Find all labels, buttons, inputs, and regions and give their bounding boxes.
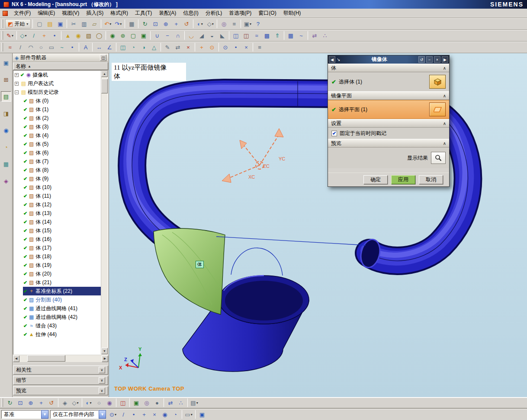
collapse-chevron-icon[interactable]: ∧ — [443, 93, 446, 98]
pan-view-button[interactable]: + — [36, 398, 46, 407]
assembly-navigator-button[interactable]: ▣ — [1, 58, 11, 68]
revolve-button[interactable]: ◉ — [74, 31, 83, 40]
print-button[interactable]: ▦ — [127, 19, 136, 29]
fit-window-button[interactable]: ⊡ — [151, 19, 160, 29]
feature-checkmark-icon[interactable]: ✔ — [23, 133, 27, 138]
datum-csys-button[interactable]: + — [39, 31, 49, 40]
draft-button[interactable]: ◣ — [218, 31, 227, 40]
save-button[interactable]: ▣ — [55, 19, 65, 29]
snap-mid-point-button[interactable]: • — [231, 42, 241, 52]
tree-item[interactable]: ✔▧体 (6) — [13, 148, 101, 157]
vertical-scrollbar[interactable]: ▲ ▼ — [101, 71, 108, 354]
collapse-icon[interactable]: − — [15, 90, 19, 94]
feature-checkmark-icon[interactable]: ✔ — [23, 314, 27, 320]
toolbar-grip[interactable] — [2, 398, 3, 407]
horizontal-scrollbar[interactable]: ◀ ▶ — [13, 355, 108, 362]
intersect-button[interactable]: ∩ — [173, 31, 183, 40]
section-analysis-button[interactable]: ◫ — [118, 42, 128, 52]
tree-item[interactable]: ✔▲拉伸 (44) — [13, 330, 101, 339]
studio-spline-button[interactable]: ~ — [57, 42, 67, 52]
rectangle-button[interactable]: ▭ — [47, 42, 56, 52]
menu-help[interactable]: 帮助(H) — [280, 9, 305, 18]
snap-point-button[interactable]: ⊙▾ — [108, 410, 118, 419]
profile-button[interactable]: ≈ — [5, 42, 15, 52]
feature-checkmark-icon[interactable]: ✔ — [23, 289, 27, 294]
feature-checkmark-icon[interactable]: ✔ — [23, 254, 27, 260]
tree-item[interactable]: ✔▦通过曲线网格 (42) — [13, 313, 101, 321]
collapse-chevron-icon[interactable]: ∧ — [443, 121, 446, 126]
move-object-button[interactable]: ⇄ — [166, 398, 175, 407]
wireframe-display-button[interactable]: ◇▾ — [206, 19, 215, 29]
help-button[interactable]: ? — [253, 19, 263, 29]
type-filter-value[interactable]: 基准 — [1, 410, 41, 419]
move-objects-button[interactable]: ⇄ — [173, 42, 183, 52]
group-header-mirror-plane[interactable]: 镜像平面 ∧ — [328, 91, 449, 100]
tree-item[interactable]: ✔▨分割面 (40) — [13, 295, 101, 304]
roles-button[interactable]: ◈ — [1, 176, 11, 186]
refresh-display-button[interactable]: ↻ — [140, 19, 150, 29]
arc-button[interactable]: ◠ — [26, 42, 35, 52]
menu-file[interactable]: 文件(F) — [10, 9, 34, 18]
dialog-forward-button[interactable]: ▶ — [442, 56, 448, 63]
feature-checkmark-icon[interactable]: ✔ — [23, 280, 27, 285]
scope-filter-combo[interactable]: 仅在工作部件内部 ▼ — [50, 410, 106, 419]
panel-dependencies-expand-button[interactable]: ∨ — [99, 367, 105, 373]
tree-item[interactable]: ✔▧体 (19) — [13, 261, 101, 269]
expand-icon[interactable]: + — [15, 73, 19, 77]
reflection-analysis-button[interactable]: ◑ — [139, 42, 148, 52]
extrude-button[interactable]: ▲ — [63, 31, 73, 40]
toolbar-grip[interactable] — [2, 43, 3, 51]
dialog-back-button[interactable]: ◀ — [329, 56, 335, 63]
feature-checkmark-icon[interactable]: ✔ — [23, 332, 27, 337]
immediate-hide-button[interactable]: ● — [152, 398, 162, 407]
horizontal-scroll-track[interactable] — [19, 355, 102, 362]
shaded-display-button[interactable]: ◐▾ — [195, 19, 205, 29]
wireframe-mode-button[interactable]: ○ — [94, 398, 104, 407]
wcs-toggle-button[interactable]: ▣ — [197, 410, 207, 419]
feature-checkmark-icon[interactable]: ✔ — [23, 115, 27, 121]
point-curve-button[interactable]: • — [67, 42, 77, 52]
scope-filter-dropdown-icon[interactable]: ▼ — [99, 410, 106, 419]
tree-item[interactable]: ✔▧体 (8) — [13, 166, 101, 174]
tree-item[interactable]: ✔▧体 (0) — [13, 96, 101, 105]
feature-checkmark-icon[interactable]: ✔ — [23, 219, 27, 225]
vertical-scroll-thumb[interactable] — [101, 79, 108, 93]
wcs-origin-button[interactable]: ⊙ — [207, 42, 217, 52]
shaded-mode-button[interactable]: ◐▾ — [84, 398, 93, 407]
datum-axis-button[interactable]: / — [29, 31, 39, 40]
mirror-body-button[interactable]: ⇄ — [310, 31, 319, 40]
dialog-titlebar[interactable]: ◀ ↘ 镜像体 ↺ − × ▶ — [328, 55, 449, 64]
show-and-hide-button[interactable]: ◎ — [219, 19, 228, 29]
menu-preferences[interactable]: 首选项(P) — [225, 9, 255, 18]
menu-edit[interactable]: 编辑(E) — [34, 9, 58, 18]
feature-checkmark-icon[interactable]: ✔ — [23, 306, 27, 311]
part-navigator-button[interactable]: ▤ — [1, 91, 11, 102]
tree-item[interactable]: ✔+基准坐标系 (22) — [13, 287, 101, 295]
tree-item[interactable]: ✔▧体 (7) — [13, 157, 101, 166]
patch-button[interactable]: ▩ — [262, 31, 272, 40]
line-button[interactable]: / — [16, 42, 25, 52]
tree-item[interactable]: ✔▧体 (3) — [13, 122, 101, 131]
toolbar-grip[interactable] — [2, 19, 3, 28]
edge-blend-button[interactable]: ◡ — [186, 31, 196, 40]
quadrant-point-button[interactable]: ◔ — [170, 410, 180, 419]
wcs-triad[interactable]: YC ZC XC — [222, 128, 285, 183]
datum-plane-button[interactable]: ◇▾ — [19, 31, 28, 40]
customize-button[interactable]: ≡ — [255, 42, 264, 52]
tree-item[interactable]: ✔▧体 (9) — [13, 174, 101, 183]
group-header-preview[interactable]: 预览 ∧ — [328, 139, 449, 147]
tree-item[interactable]: ✔▧体 (21) — [13, 278, 101, 287]
split-body-button[interactable]: ◫ — [241, 31, 251, 40]
cut-button[interactable]: ✂ — [69, 19, 78, 29]
tree-item[interactable]: −▤模型历史记录 — [13, 88, 101, 96]
tree-item[interactable]: ✔▦通过曲线网格 (41) — [13, 304, 101, 313]
feature-checkmark-icon[interactable]: ✔ — [23, 271, 27, 277]
pattern-feature-button[interactable]: ∴ — [320, 31, 330, 40]
layer-settings-button[interactable]: ≡ — [229, 19, 239, 29]
curvature-analysis-button[interactable]: ◔ — [129, 42, 138, 52]
feature-checkmark-icon[interactable]: ✔ — [23, 185, 27, 190]
tree-item[interactable]: ✔▧体 (5) — [13, 140, 101, 148]
object-preferences-button[interactable]: ▤▾ — [190, 398, 199, 407]
boss-button[interactable]: ⊚ — [118, 31, 128, 40]
dialog-close-button[interactable]: × — [434, 56, 440, 63]
